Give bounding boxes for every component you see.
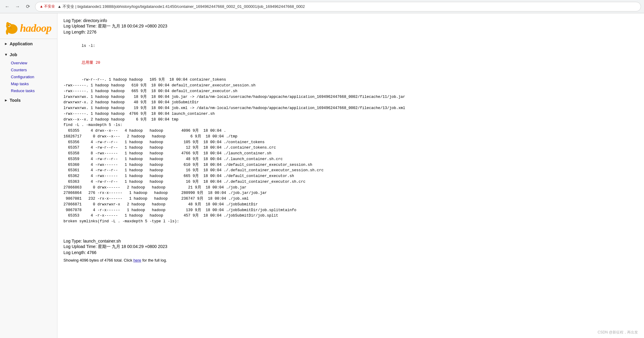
page-layout: hadoop ► Application ▼ Job Overview Coun… xyxy=(0,13,644,338)
application-section-header[interactable]: ► Application xyxy=(0,39,57,49)
job-section-header[interactable]: ▼ Job xyxy=(0,50,57,60)
log-type-1: Log Type: directory.info xyxy=(63,18,638,23)
log-section-launch-container: Log Type: launch_container.sh Log Upload… xyxy=(63,239,638,262)
nav-buttons: ← → ⟳ xyxy=(3,2,32,11)
log-meta-1: Log Type: directory.info Log Upload Time… xyxy=(63,18,638,34)
sidebar-item-reduce-tasks[interactable]: Reduce tasks xyxy=(8,87,57,94)
browser-chrome: ← → ⟳ ▲ 不安全 ▲ 不安全 | bigdatanode1:19888/j… xyxy=(0,0,644,13)
log-type-label-1: Log Type: xyxy=(63,18,82,23)
log-upload-value-2: 星期一 九月 18 00:04:29 +0800 2023 xyxy=(98,244,167,249)
log-length-value-2: 4766 xyxy=(87,250,96,255)
sidebar-section-tools: ► Tools xyxy=(0,95,57,105)
showing-suffix: for the full log. xyxy=(141,258,167,262)
sidebar-item-counters[interactable]: Counters xyxy=(8,66,57,73)
showing-text: Showing 4096 bytes of 4766 total. Click xyxy=(63,258,133,262)
sidebar-item-overview[interactable]: Overview xyxy=(8,60,57,66)
tools-arrow-icon: ► xyxy=(4,98,8,102)
sidebar-item-configuration[interactable]: Configuration xyxy=(8,73,57,80)
application-label: Application xyxy=(10,41,33,46)
log-code-1: ls -l: 总用量 20 -rw-r--r--. 1 hadoop hadoo… xyxy=(63,37,638,230)
sidebar-section-job: ▼ Job Overview Counters Configuration Ma… xyxy=(0,50,57,94)
log-length-value-1: 2276 xyxy=(87,30,96,34)
log-length-2: Log Length: 4766 xyxy=(63,250,638,255)
log-meta-2: Log Type: launch_container.sh Log Upload… xyxy=(63,239,638,255)
log-length-label-2: Log Length: xyxy=(63,250,86,255)
log-upload-1: Log Upload Time: 星期一 九月 18 00:04:29 +080… xyxy=(63,24,638,29)
log-length-label-1: Log Length: xyxy=(63,30,86,34)
hadoop-logo-text: hadoop xyxy=(20,22,51,34)
log-type-2: Log Type: launch_container.sh xyxy=(63,239,638,243)
log-code-line2: 总用量 20 xyxy=(82,61,100,65)
sidebar: hadoop ► Application ▼ Job Overview Coun… xyxy=(0,13,57,338)
tools-label: Tools xyxy=(10,98,21,103)
forward-button[interactable]: → xyxy=(13,2,22,11)
sidebar-item-map-tasks[interactable]: Map tasks xyxy=(8,80,57,87)
job-label: Job xyxy=(10,52,17,57)
log-code-body: -rw-r--r--. 1 hadoop hadoop 105 9月 18 00… xyxy=(63,78,405,224)
job-sub-items: Overview Counters Configuration Map task… xyxy=(0,60,57,94)
refresh-button[interactable]: ⟳ xyxy=(24,2,32,11)
job-arrow-icon: ▼ xyxy=(4,53,8,57)
log-upload-value-1: 星期一 九月 18 00:04:29 +0800 2023 xyxy=(98,24,167,28)
sidebar-section-application: ► Application xyxy=(0,39,57,49)
watermark: CSDN @新征程，再出发 xyxy=(597,330,638,335)
log-code-line1: ls -l: xyxy=(82,44,95,48)
showing-note: Showing 4096 bytes of 4766 total. Click … xyxy=(63,258,638,262)
insecure-icon: ▲ 不安全 xyxy=(40,4,55,9)
tools-section-header[interactable]: ► Tools xyxy=(0,95,57,105)
log-upload-label-2: Log Upload Time: xyxy=(63,244,97,249)
log-type-value-1: directory.info xyxy=(83,18,107,23)
application-arrow-icon: ► xyxy=(4,42,8,46)
full-log-link[interactable]: here xyxy=(133,258,141,262)
hadoop-elephant-icon xyxy=(3,21,21,36)
address-bar[interactable]: ▲ 不安全 ▲ 不安全 | bigdatanode1:19888/jobhist… xyxy=(35,2,641,11)
log-section-directory-info: Log Type: directory.info Log Upload Time… xyxy=(63,18,638,230)
back-button[interactable]: ← xyxy=(3,2,11,11)
log-upload-label-1: Log Upload Time: xyxy=(63,24,97,28)
log-type-value-2: launch_container.sh xyxy=(83,239,121,243)
log-type-label-2: Log Type: xyxy=(63,239,82,243)
log-length-1: Log Length: 2276 xyxy=(63,30,638,34)
url-text: ▲ 不安全 | bigdatanode1:19888/jobhistory/lo… xyxy=(57,4,305,9)
hadoop-logo: hadoop xyxy=(3,21,54,36)
logo-area: hadoop xyxy=(0,16,57,39)
log-upload-2: Log Upload Time: 星期一 九月 18 00:04:29 +080… xyxy=(63,244,638,249)
main-content: Log Type: directory.info Log Upload Time… xyxy=(57,13,644,338)
